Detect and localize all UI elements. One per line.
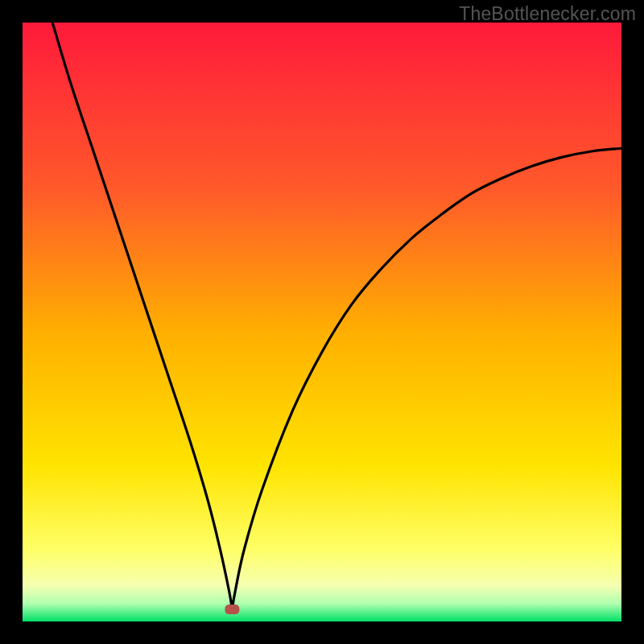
watermark-label: TheBottlenecker.com bbox=[459, 3, 636, 25]
bottleneck-chart bbox=[23, 23, 621, 621]
gradient-background bbox=[23, 23, 621, 621]
chart-frame bbox=[23, 23, 621, 621]
optimum-marker bbox=[225, 605, 239, 614]
